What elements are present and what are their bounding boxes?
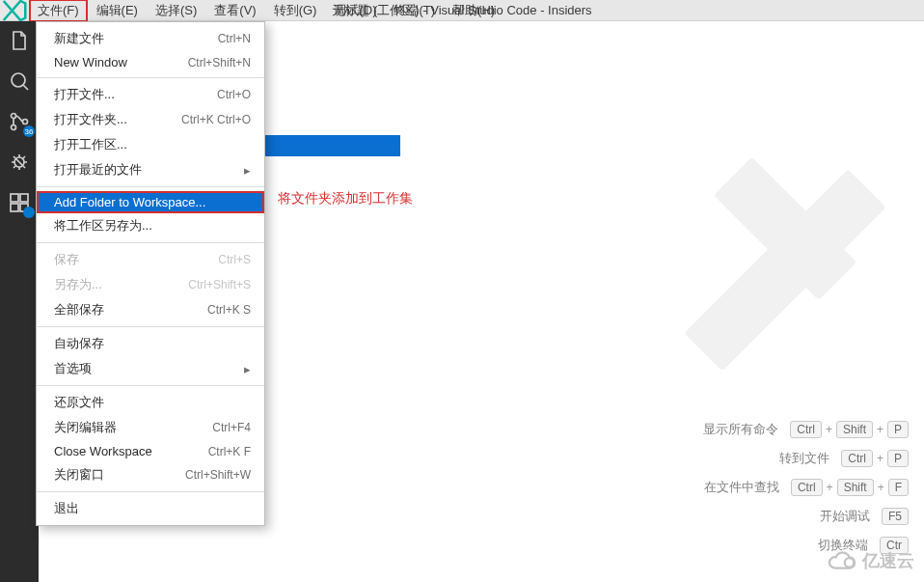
menu-item-label: 退出 [54,500,79,517]
menu-item-open-file[interactable]: 打开文件... Ctrl+O [37,82,264,107]
hint-label: 转到文件 [779,450,829,467]
menu-item-shortcut: Ctrl+O [217,88,251,101]
hint-label: 开始调试 [820,508,870,525]
watermark-text: 亿速云 [862,549,914,572]
plus-icon: + [826,423,832,436]
activity-search[interactable] [8,69,31,93]
svg-point-0 [12,73,25,87]
hint-start-debug: 开始调试 F5 [820,508,909,525]
menu-item-label: 另存为... [54,276,102,293]
hint-keys: Ctrl + Shift + P [790,421,909,438]
menu-item-label: 将工作区另存为... [54,217,152,235]
vscode-watermark-icon [669,154,901,386]
sidebar-selected-row-fragment[interactable] [265,135,400,156]
menu-item-shortcut: Ctrl+Shift+N [188,56,251,69]
key-p: P [887,450,909,467]
search-icon [8,81,31,96]
menu-item-shortcut: Ctrl+N [218,32,251,45]
window-title: 无标题 (工作区) - Visual Studio Code - Insider… [332,2,591,19]
menu-item-shortcut: Ctrl+K F [208,445,251,458]
plus-icon: + [878,481,884,494]
svg-point-3 [23,120,28,125]
menu-item-shortcut: Ctrl+Shift+W [185,468,251,482]
extensions-badge [23,207,35,218]
vscode-insiders-icon [0,0,29,21]
plus-icon: + [827,481,833,494]
activity-extensions[interactable] [8,191,31,214]
hint-label: 显示所有命令 [703,421,778,438]
menu-select[interactable]: 选择(S) [147,0,205,22]
key-shift: Shift [837,479,874,496]
menu-item-label: 打开文件... [54,86,115,103]
activity-debug[interactable] [8,151,31,174]
chevron-right-icon: ▸ [244,163,251,178]
menu-edit[interactable]: 编辑(E) [88,0,147,22]
menu-item-label: New Window [54,55,127,69]
key-ctrl: Ctrl [790,421,822,438]
menu-item-label: 打开工作区... [54,136,127,153]
menu-item-close-editor[interactable]: 关闭编辑器 Ctrl+F4 [37,415,264,440]
annotation-text: 将文件夹添加到工作集 [278,190,413,208]
menu-item-close-window[interactable]: 关闭窗口 Ctrl+Shift+W [37,462,264,487]
menu-separator [37,242,264,243]
menu-item-label: Close Workspace [54,444,152,458]
menu-item-label: 打开最近的文件 [54,161,142,179]
menu-item-shortcut: Ctrl+K S [207,303,251,317]
key-p: P [887,421,909,438]
svg-rect-6 [20,194,28,202]
menu-item-save-workspace-as[interactable]: 将工作区另存为... [37,213,264,238]
menu-separator [37,77,264,78]
menu-item-close-workspace[interactable]: Close Workspace Ctrl+K F [37,440,264,462]
activity-scm[interactable]: 36 [8,110,31,133]
key-f5: F5 [882,508,909,525]
hint-find-in-files: 在文件中查找 Ctrl + Shift + F [704,479,909,496]
scm-badge: 36 [23,125,35,137]
menu-item-label: 还原文件 [54,394,104,411]
menu-item-auto-save[interactable]: 自动保存 [37,331,264,356]
menu-item-label: 首选项 [54,360,92,377]
hint-goto-file: 转到文件 Ctrl + P [779,450,909,467]
menu-item-open-recent[interactable]: 打开最近的文件 ▸ [37,157,264,182]
files-icon [8,41,31,55]
menu-item-label: 自动保存 [54,335,104,352]
plus-icon: + [877,452,883,465]
menu-item-label: 全部保存 [54,301,104,319]
hint-show-commands: 显示所有命令 Ctrl + Shift + P [703,421,909,438]
activity-explorer[interactable] [8,29,31,52]
svg-rect-5 [11,194,18,202]
menu-item-revert-file[interactable]: 还原文件 [37,390,264,415]
menu-file[interactable]: 文件(F) [29,0,88,22]
menu-item-label: 保存 [54,251,79,268]
menu-separator [37,186,264,187]
menu-item-preferences[interactable]: 首选项 ▸ [37,356,264,381]
menu-item-open-folder[interactable]: 打开文件夹... Ctrl+K Ctrl+O [37,107,264,132]
file-menu-dropdown: 新建文件 Ctrl+N New Window Ctrl+Shift+N 打开文件… [36,21,265,526]
menu-item-save-all[interactable]: 全部保存 Ctrl+K S [37,297,264,322]
svg-point-2 [12,125,16,130]
menu-item-save: 保存 Ctrl+S [37,247,264,272]
menu-item-add-folder-to-workspace[interactable]: Add Folder to Workspace... [37,191,264,213]
chevron-right-icon: ▸ [244,362,251,376]
key-shift: Shift [836,421,873,438]
menu-separator [37,491,264,492]
menu-item-save-as: 另存为... Ctrl+Shift+S [37,272,264,297]
title-bar: 文件(F) 编辑(E) 选择(S) 查看(V) 转到(G) 调试(D) 终端(T… [0,0,924,21]
menu-item-shortcut: Ctrl+S [218,253,251,266]
menu-item-open-workspace[interactable]: 打开工作区... [37,132,264,157]
svg-rect-7 [11,204,18,211]
menu-item-shortcut: Ctrl+Shift+S [188,278,251,291]
menu-goto[interactable]: 转到(G) [265,0,326,22]
menu-item-new-window[interactable]: New Window Ctrl+Shift+N [37,51,264,73]
menu-item-label: 关闭窗口 [54,466,104,484]
menu-item-label: 关闭编辑器 [54,419,117,436]
welcome-hints: 显示所有命令 Ctrl + Shift + P 转到文件 Ctrl + P 在文… [703,421,909,554]
page-watermark: 亿速云 [828,547,914,574]
menu-item-exit[interactable]: 退出 [37,496,264,521]
hint-keys: F5 [882,508,909,525]
plus-icon: + [877,423,883,436]
menu-item-label: 打开文件夹... [54,111,127,128]
menu-view[interactable]: 查看(V) [205,0,264,22]
key-ctrl: Ctrl [791,479,823,496]
menu-item-new-file[interactable]: 新建文件 Ctrl+N [37,26,264,51]
activity-bar: 36 [0,21,39,582]
